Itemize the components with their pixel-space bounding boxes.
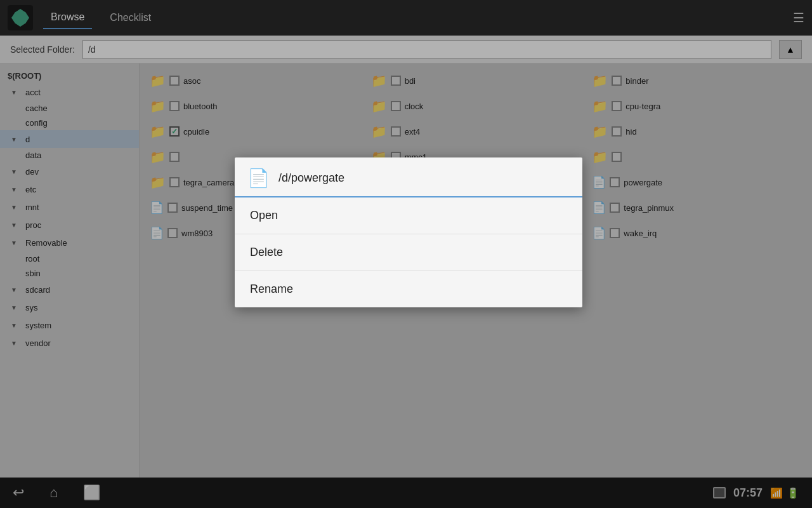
dialog-file-icon: 📄 xyxy=(247,168,270,189)
dialog-option-rename[interactable]: Rename xyxy=(235,271,582,307)
dialog-option-delete[interactable]: Delete xyxy=(235,234,582,271)
dialog-title: /d/powergate xyxy=(278,171,344,185)
dialog-option-open[interactable]: Open xyxy=(235,197,582,234)
context-menu-dialog: 📄 /d/powergate Open Delete Rename xyxy=(235,157,582,307)
dialog-header: 📄 /d/powergate xyxy=(235,157,582,197)
